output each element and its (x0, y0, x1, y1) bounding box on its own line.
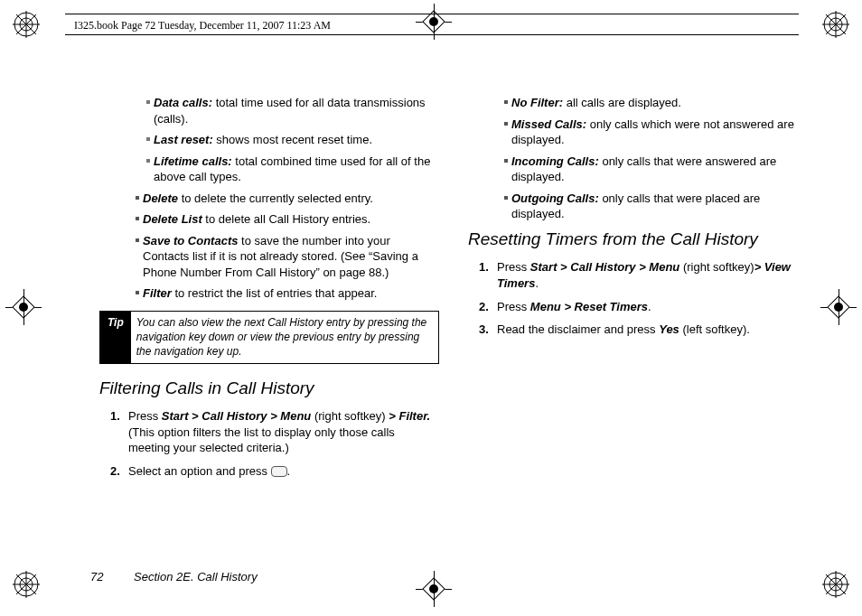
section-heading: Resetting Timers from the Call History (468, 228, 808, 251)
term-label: Delete (143, 191, 178, 205)
step-number: 3. (479, 322, 489, 338)
step-text: Press (497, 260, 530, 274)
step-text: . (287, 464, 291, 478)
step-text: (left softkey). (679, 322, 750, 336)
term-label: Last reset: (154, 133, 213, 146)
menu-path: > Filter. (389, 409, 430, 423)
page-footer: 72 Section 2E. Call History (90, 570, 258, 583)
list-item: No Filter: all calls are displayed. (468, 95, 808, 111)
running-head: I325.book Page 72 Tuesday, December 11, … (74, 19, 331, 33)
registration-mark-icon (13, 571, 40, 598)
step-number: 1. (110, 408, 120, 425)
term-label: Missed Calls: (511, 117, 586, 131)
list-item: Incoming Calls: only calls that were ans… (468, 154, 808, 185)
step-text: Press (497, 300, 530, 313)
list-item: Data calls: total time used for all data… (99, 95, 439, 126)
header-rule (65, 14, 799, 14)
registration-mark-icon (13, 11, 40, 38)
term-label: No Filter: (511, 96, 563, 109)
term-text: to delete the currently selected entry. (178, 191, 373, 205)
registration-mark-icon (822, 11, 849, 38)
step-item: 3. Read the disclaimer and press Yes (le… (468, 322, 808, 338)
step-text: (right softkey) (679, 260, 754, 274)
crop-mark-icon (820, 289, 857, 325)
list-item: Filter to restrict the list of entries t… (99, 285, 439, 302)
list-item: Last reset: shows most recent reset time… (99, 132, 439, 148)
term-text: all calls are displayed. (563, 96, 681, 109)
term-text: to delete all Call History entries. (202, 212, 370, 226)
term-text: to restrict the list of entries that app… (172, 286, 378, 300)
term-label: Delete List (143, 212, 202, 226)
page-number: 72 (90, 570, 103, 583)
step-text: Select an option and press (128, 464, 271, 478)
term-label: Lifetime calls: (154, 154, 232, 168)
tip-text: You can also view the next Call History … (131, 312, 438, 363)
menu-path: Start > Call History > Menu (530, 260, 679, 274)
header-rule (65, 34, 799, 35)
list-item: Delete to delete the currently selected … (99, 191, 439, 207)
right-column: No Filter: all calls are displayed. Miss… (468, 95, 808, 562)
list-item: Save to Contacts to save the number into… (99, 233, 439, 281)
page-content: Data calls: total time used for all data… (99, 95, 808, 562)
footer-section: Section 2E. Call History (134, 570, 258, 583)
step-item: 2. Press Menu > Reset Timers. (468, 299, 808, 315)
crop-mark-icon (416, 571, 452, 607)
step-text: Read the disclaimer and press (497, 322, 659, 336)
tip-callout: Tip You can also view the next Call Hist… (99, 311, 439, 364)
menu-path: Start > Call History > Menu (162, 409, 311, 423)
list-item: Outgoing Calls: only calls that were pla… (468, 191, 808, 222)
registration-mark-icon (822, 571, 849, 598)
step-item: 1. Press Start > Call History > Menu (ri… (468, 259, 808, 291)
step-item: 2. Select an option and press . (99, 463, 439, 480)
left-column: Data calls: total time used for all data… (99, 95, 439, 562)
step-number: 2. (479, 299, 489, 315)
step-text: . (535, 276, 539, 290)
step-number: 2. (110, 463, 120, 480)
tip-label: Tip (100, 312, 131, 363)
term-label: Filter (143, 286, 172, 300)
ok-key-icon (271, 466, 287, 477)
term-label: Data calls: (154, 96, 212, 109)
term-label: Incoming Calls: (511, 154, 599, 168)
term-text: shows most recent reset time. (213, 133, 372, 146)
crop-mark-icon (5, 289, 42, 325)
term-label: Save to Contacts (143, 234, 238, 247)
menu-path: Menu > Reset Timers (530, 300, 648, 313)
step-text: (right softkey) (311, 409, 389, 423)
list-item: Lifetime calls: total combined time used… (99, 154, 439, 185)
list-item: Delete List to delete all Call History e… (99, 211, 439, 228)
step-text: (This option filters the list to display… (128, 425, 395, 455)
step-text: . (648, 300, 651, 313)
step-item: 1. Press Start > Call History > Menu (ri… (99, 408, 439, 456)
step-number: 1. (479, 259, 489, 275)
section-heading: Filtering Calls in Call History (99, 377, 439, 400)
step-text: Press (128, 409, 162, 423)
list-item: Missed Calls: only calls which were not … (468, 117, 808, 148)
softkey-label: Yes (659, 322, 679, 336)
term-label: Outgoing Calls: (511, 191, 599, 205)
